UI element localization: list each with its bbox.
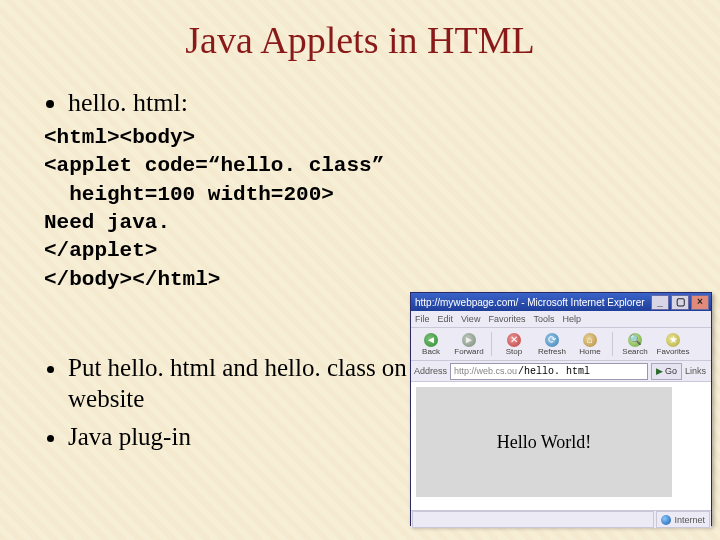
code-line: <applet code=“hello. class” [44,154,384,177]
menu-edit[interactable]: Edit [438,314,454,324]
toolbar-separator [612,332,613,356]
bullet-list-top: hello. html: [40,88,680,118]
star-icon: ★ [666,333,680,347]
status-spacer [412,511,654,528]
menu-help[interactable]: Help [562,314,581,324]
home-label: Home [579,347,600,356]
address-label: Address [414,366,447,376]
code-line: Need java. [44,211,170,234]
menu-file[interactable]: File [415,314,430,324]
browser-toolbar: ◄ Back ► Forward ✕ Stop ⟳ Refresh ⌂ Home [411,328,711,361]
java-applet-area: Hello World! [416,387,672,497]
menu-tools[interactable]: Tools [533,314,554,324]
slide: Java Applets in HTML hello. html: <html>… [0,0,720,540]
refresh-icon: ⟳ [545,333,559,347]
browser-viewport: Hello World! [411,382,711,511]
slide-title: Java Applets in HTML [40,18,680,62]
address-prefix: http://web.cs.ou [454,366,517,376]
bullet-list-bottom: Put hello. html and hello. class on webs… [40,352,428,458]
forward-label: Forward [454,347,483,356]
applet-output: Hello World! [497,432,592,453]
go-icon: ▶ [656,366,663,376]
forward-icon: ► [462,333,476,347]
back-icon: ◄ [424,333,438,347]
stop-label: Stop [506,347,522,356]
browser-window: http://mywebpage.com/ - Microsoft Intern… [410,292,712,526]
maximize-button[interactable]: ▢ [671,295,689,310]
code-line: </applet> [44,239,157,262]
go-button[interactable]: ▶Go [651,363,682,380]
status-bar: Internet [411,511,711,528]
browser-menubar: File Edit View Favorites Tools Help [411,311,711,328]
links-label[interactable]: Links [685,366,708,376]
address-suffix: /hello. html [518,366,590,377]
code-line: height=100 width=200> [44,183,334,206]
code-block: <html><body> <applet code=“hello. class”… [44,124,680,294]
browser-title: http://mywebpage.com/ - Microsoft Intern… [415,297,649,308]
home-icon: ⌂ [583,333,597,347]
go-label: Go [665,366,677,376]
forward-button[interactable]: ► Forward [451,328,487,360]
browser-titlebar: http://mywebpage.com/ - Microsoft Intern… [411,293,711,311]
favorites-button[interactable]: ★ Favorites [655,328,691,360]
search-icon: 🔍 [628,333,642,347]
code-line: <html><body> [44,126,195,149]
search-button[interactable]: 🔍 Search [617,328,653,360]
back-label: Back [422,347,440,356]
refresh-button[interactable]: ⟳ Refresh [534,328,570,360]
menu-view[interactable]: View [461,314,480,324]
address-input[interactable]: http://web.cs.ou/hello. html [450,363,648,380]
refresh-label: Refresh [538,347,566,356]
stop-button[interactable]: ✕ Stop [496,328,532,360]
toolbar-separator [491,332,492,356]
favorites-label: Favorites [657,347,690,356]
status-zone: Internet [656,511,710,528]
globe-icon [661,515,671,525]
bullet-put-files: Put hello. html and hello. class on webs… [68,352,428,415]
bullet-hello-html: hello. html: [68,88,680,118]
search-label: Search [622,347,647,356]
code-line: </body></html> [44,268,220,291]
address-bar: Address http://web.cs.ou/hello. html ▶Go… [411,361,711,382]
home-button[interactable]: ⌂ Home [572,328,608,360]
stop-icon: ✕ [507,333,521,347]
menu-favorites[interactable]: Favorites [488,314,525,324]
bullet-java-plugin: Java plug-in [68,421,428,452]
minimize-button[interactable]: _ [651,295,669,310]
status-text: Internet [674,515,705,525]
close-button[interactable]: × [691,295,709,310]
back-button[interactable]: ◄ Back [413,328,449,360]
